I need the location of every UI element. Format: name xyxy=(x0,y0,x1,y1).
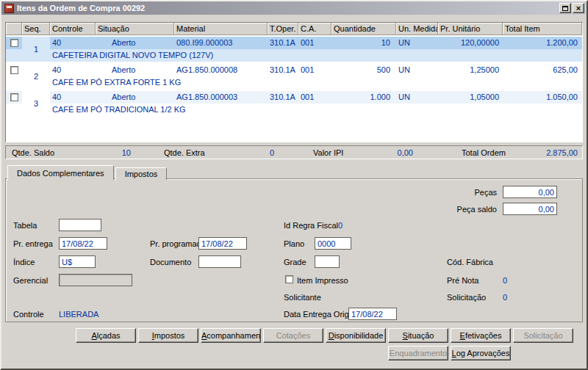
action-button-row: Alçadas Impostos Acompanhamento Cotações… xyxy=(76,328,573,343)
gerencial-input xyxy=(59,274,132,286)
window-title: Itens da Ordem de Compra 00292 xyxy=(17,4,559,12)
qtde-extra-label: Qtde. Extra xyxy=(164,148,205,157)
header-seq[interactable]: Seq. xyxy=(22,23,50,35)
cell-ca: 001 xyxy=(298,64,331,76)
order-items-window: Itens da Ordem de Compra 00292 × Seq. Co… xyxy=(0,0,588,370)
cell-seq: 1 xyxy=(22,37,50,62)
header-checkbox-col xyxy=(6,23,22,35)
table-body: 1 40 Aberto 080.I99.000003 310.1A 001 10… xyxy=(6,35,582,116)
plano-input[interactable] xyxy=(315,237,351,250)
close-button[interactable]: × xyxy=(573,3,584,13)
situacao-button[interactable]: Situação xyxy=(388,328,448,343)
qtde-extra-value: 0 xyxy=(215,148,274,157)
cell-total-item: 625,00 xyxy=(503,64,582,76)
cell-controle: 40 xyxy=(50,91,96,104)
solicitacao-label: Solicitação xyxy=(447,293,486,302)
indice-input[interactable] xyxy=(59,255,96,268)
tab-strip: Dados Complementares Impostos xyxy=(7,165,168,180)
solicitante-label: Solicitante xyxy=(284,293,321,302)
cell-descricao: CAFÉ EM PÓ TRADICIONAL 1/2 KG xyxy=(50,104,582,116)
data-entrega-original-input[interactable] xyxy=(348,308,397,320)
cell-ca: 001 xyxy=(298,37,331,49)
documento-label: Documento xyxy=(150,258,191,266)
title-bar: Itens da Ordem de Compra 00292 × xyxy=(1,1,587,15)
cell-material: AG1.850.000003 xyxy=(174,91,268,104)
enquadramento-button: Enquadramento xyxy=(388,346,448,360)
header-quantidade[interactable]: Quantidade xyxy=(331,23,396,35)
cell-t-oper: 310.1A xyxy=(268,64,298,76)
acompanhamento-button[interactable]: Acompanhamento xyxy=(201,328,261,343)
row-checkbox[interactable] xyxy=(10,66,18,74)
cell-total-item: 1.200,00 xyxy=(503,37,582,49)
pr-entrega-input[interactable] xyxy=(59,237,107,250)
total-ordem-label: Total Ordem xyxy=(462,148,506,157)
peca-saldo-input[interactable] xyxy=(503,203,557,215)
plano-label: Plano xyxy=(284,239,304,248)
table-row[interactable]: 3 40 Aberto AG1.850.000003 310.1A 001 1.… xyxy=(6,91,582,116)
header-material[interactable]: Material xyxy=(174,23,268,35)
cell-controle: 40 xyxy=(50,37,96,49)
tab-impostos[interactable]: Impostos xyxy=(115,167,168,180)
id-regra-fiscal-value: 0 xyxy=(338,221,343,230)
tabela-input[interactable] xyxy=(59,219,101,231)
valor-ipi-label: Valor IPI xyxy=(313,148,343,157)
app-icon[interactable] xyxy=(4,4,14,13)
efetivacoes-button[interactable]: Efetivações xyxy=(451,328,511,343)
pr-programado-label: Pr. programado xyxy=(150,239,206,248)
id-regra-fiscal-label: Id Regra Fiscal xyxy=(284,221,338,230)
total-ordem-value: 2.875,00 xyxy=(546,148,578,157)
header-ca[interactable]: C.A. xyxy=(298,23,331,35)
disponibilidade-button[interactable]: Disponibilidade xyxy=(326,328,386,343)
cell-t-oper: 310.1A xyxy=(268,37,298,49)
qtde-saldo-label: Qtde. Saldo xyxy=(12,148,54,157)
cell-situacao: Aberto xyxy=(96,91,174,104)
gerencial-label: Gerencial xyxy=(13,276,48,285)
indice-label: Índice xyxy=(13,258,35,266)
totals-bar: Qtde. Saldo 10 Qtde. Extra 0 Valor IPI 0… xyxy=(5,145,583,159)
cell-quantidade: 10 xyxy=(331,37,396,49)
pecas-label: Peças xyxy=(447,188,497,197)
pre-nota-value: 0 xyxy=(503,276,507,285)
header-total-item[interactable]: Total Item xyxy=(503,23,582,35)
solicitacao-value: 0 xyxy=(503,293,507,302)
cell-material: 080.I99.000003 xyxy=(174,37,268,49)
grade-input[interactable] xyxy=(315,255,340,268)
cell-t-oper: 310.1A xyxy=(268,91,298,104)
cod-fabrica-label: Cód. Fábrica xyxy=(447,258,493,266)
cell-un-medida: UN xyxy=(396,64,438,76)
controle-label: Controle xyxy=(13,310,44,319)
cell-total-item: 1.050,00 xyxy=(503,91,582,104)
maximize-button[interactable] xyxy=(559,3,571,13)
row-checkbox[interactable] xyxy=(10,93,18,101)
table-header: Seq. Controle Situação Material T.Oper. … xyxy=(6,23,582,35)
item-impresso-checkbox[interactable] xyxy=(285,275,293,283)
documento-input[interactable] xyxy=(198,255,241,268)
cell-controle: 40 xyxy=(50,64,96,76)
header-t-oper[interactable]: T.Oper. xyxy=(268,23,298,35)
tab-dados-complementares[interactable]: Dados Complementares xyxy=(7,165,114,180)
header-un-medida[interactable]: Un. Medida xyxy=(396,23,438,35)
pr-programado-input[interactable] xyxy=(198,237,247,250)
item-impresso-label: Item Impresso xyxy=(297,276,348,285)
table-row[interactable]: 2 40 Aberto AG1.850.000008 310.1A 001 50… xyxy=(6,64,582,89)
cell-un-medida: UN xyxy=(396,37,438,49)
header-situacao[interactable]: Situação xyxy=(96,23,174,35)
alcadas-button[interactable]: Alçadas xyxy=(76,328,136,343)
cell-un-medida: UN xyxy=(396,91,438,104)
controle-value: LIBERADA xyxy=(59,310,98,319)
pre-nota-label: Pré Nota xyxy=(447,276,478,285)
header-pr-unitario[interactable]: Pr. Unitário xyxy=(438,23,503,35)
cell-pr-unitario: 120,00000 xyxy=(438,37,503,49)
pecas-input[interactable] xyxy=(503,186,557,198)
cell-seq: 3 xyxy=(22,91,50,116)
cell-quantidade: 1.000 xyxy=(331,91,396,104)
table-row[interactable]: 1 40 Aberto 080.I99.000003 310.1A 001 10… xyxy=(6,37,582,62)
dados-complementares-panel: Peças Peça saldo Tabela Id Regra Fiscal … xyxy=(5,178,583,322)
impostos-button[interactable]: Impostos xyxy=(138,328,198,343)
items-table: Seq. Controle Situação Material T.Oper. … xyxy=(5,22,583,142)
header-controle[interactable]: Controle xyxy=(50,23,96,35)
pr-entrega-label: Pr. entrega xyxy=(13,239,53,248)
cell-seq: 2 xyxy=(22,64,50,89)
row-checkbox[interactable] xyxy=(10,39,18,47)
log-aprovacoes-button[interactable]: Log Aprovações xyxy=(451,346,511,360)
